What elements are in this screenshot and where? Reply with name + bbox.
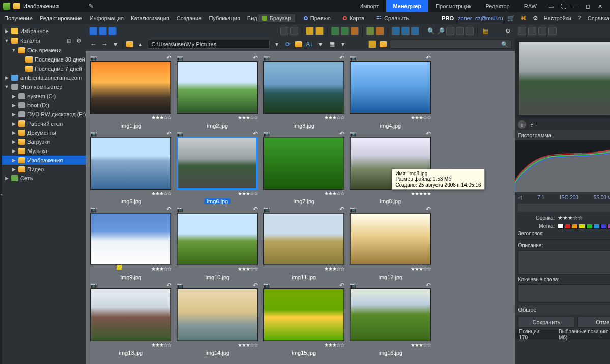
thumb-img1.jpg[interactable]: 📷↶ ★★★☆☆ img1.jpg — [90, 54, 171, 129]
tab-viewer[interactable]: Просмотрщик — [428, 0, 478, 12]
title-input[interactable] — [518, 239, 610, 240]
thumb-img10.jpg[interactable]: 📷↶ ★★★☆☆ img10.jpg — [177, 205, 258, 280]
nav-up-icon[interactable]: ▴ — [136, 40, 144, 48]
undo-icon[interactable]: ↶ — [166, 282, 171, 289]
save-button[interactable]: Сохранить — [518, 317, 574, 328]
swatch-1[interactable] — [565, 224, 571, 229]
undo-icon[interactable]: ↶ — [426, 282, 431, 289]
undo-icon[interactable]: ↶ — [339, 206, 344, 213]
rating-stars[interactable]: ★★★☆☆ — [238, 191, 258, 196]
undo-icon[interactable]: ↶ — [166, 130, 171, 137]
undo-icon[interactable]: ↶ — [166, 54, 171, 62]
path-folder-icon[interactable] — [126, 41, 133, 47]
general-header[interactable]: Общее◂ ▸ — [515, 305, 610, 315]
tree-last7[interactable]: Последние 7 дней — [2, 64, 86, 73]
rss-icon[interactable]: ⌘ — [519, 14, 528, 22]
rating-stars[interactable]: ★★★☆☆ — [151, 342, 171, 348]
thumb-img9.jpg[interactable]: 📷↶ ★★★☆☆ img9.jpg — [90, 205, 171, 280]
search-input[interactable]: 🔍 — [390, 40, 512, 49]
keywords-input[interactable] — [518, 284, 610, 302]
tool-batch2-icon[interactable] — [341, 27, 349, 35]
thumb-img12.jpg[interactable]: 📷↶ ★★★☆☆ img12.jpg — [350, 205, 431, 280]
rating-stars[interactable]: ★★★☆☆ — [324, 115, 344, 120]
tree-child-2[interactable]: ▶DVD RW дисковод (E:) — [2, 110, 86, 119]
menu-каталогизация[interactable]: Каталогизация — [131, 15, 169, 21]
tab-manager[interactable]: Менеджер — [386, 0, 429, 12]
path-input[interactable] — [148, 40, 270, 49]
swatch-0[interactable] — [558, 224, 564, 229]
undo-icon[interactable]: ↶ — [339, 282, 344, 289]
tab-editor[interactable]: Редактор — [478, 0, 516, 12]
tool-rotate-r-icon[interactable] — [290, 27, 298, 35]
menu-получение[interactable]: Получение — [4, 15, 33, 21]
thumb-img6.jpg[interactable]: 📷↶ ★★★☆☆ img6.jpg — [177, 130, 258, 204]
menu-вид[interactable]: Вид — [247, 15, 257, 21]
tree-network[interactable]: ▶Сеть — [2, 174, 86, 183]
thumb-dd-icon[interactable]: ▾ — [339, 40, 347, 48]
tree-child-8[interactable]: ▶Видео — [2, 165, 86, 174]
undo-icon[interactable]: ↶ — [339, 54, 344, 62]
tree-timeline[interactable]: ▼Ось времени — [2, 46, 86, 55]
rating-stars[interactable]: ★★★☆☆ — [411, 266, 431, 272]
rating-stars[interactable]: ★★★☆☆ — [151, 266, 171, 272]
thumb-img4.jpg[interactable]: 📷↶ ★★★☆☆ img4.jpg — [350, 54, 431, 129]
undo-icon[interactable]: ↶ — [426, 54, 431, 62]
zoom-lock-icon[interactable] — [466, 27, 474, 35]
rating-stars[interactable]: ★★★☆☆ — [558, 215, 583, 221]
rating-stars[interactable]: ★★★☆☆ — [238, 342, 258, 348]
tool-print-icon[interactable] — [306, 27, 314, 35]
filter1-icon[interactable] — [368, 40, 376, 48]
rating-stars[interactable]: ★★★☆☆ — [151, 191, 171, 196]
tree-zonerama[interactable]: ▶ambienta.zonerama.com — [2, 73, 86, 82]
sort-icon[interactable]: A↓ — [305, 40, 313, 48]
rating-stars[interactable]: ★★★☆☆ — [324, 191, 344, 196]
browser-tab[interactable]: Браузер — [257, 14, 296, 23]
sort-dd-icon[interactable]: ▾ — [316, 40, 325, 48]
rating-stars[interactable]: ★★★☆☆ — [411, 342, 431, 348]
nav-history-icon[interactable]: ▾ — [111, 40, 120, 48]
tab-raw[interactable]: RAW — [517, 0, 544, 12]
fullscreen-icon[interactable]: ⛶ — [559, 2, 567, 10]
thumb-img11.jpg[interactable]: 📷↶ ★★★☆☆ img11.jpg — [263, 205, 344, 280]
zoom-100-icon[interactable] — [446, 27, 454, 35]
tree-child-5[interactable]: ▶Загрузки — [2, 137, 86, 146]
rating-stars[interactable]: ★★★☆☆ — [238, 115, 258, 120]
tree-child-4[interactable]: ▶Документы — [2, 128, 86, 137]
preview-tab[interactable]: Превью — [300, 14, 335, 23]
swatch-3[interactable] — [579, 224, 585, 229]
close-icon[interactable]: ✕ — [596, 2, 604, 10]
thumb-img8.jpg[interactable]: 📷↶ ★★★★★ img8.jpg — [350, 130, 431, 204]
maximize-icon[interactable]: ◻ — [584, 2, 592, 10]
tab-import[interactable]: Импорт — [352, 0, 386, 12]
catalog-add-icon[interactable]: ⊞ — [65, 37, 73, 45]
menu-редактирование[interactable]: Редактирование — [40, 15, 82, 21]
dual-monitor-icon[interactable]: ▭ — [547, 2, 555, 10]
tree-child-1[interactable]: ▶boot (D:) — [2, 101, 86, 110]
tool-edit2-icon[interactable] — [401, 27, 410, 35]
account-link[interactable]: zoner_cz@mail.ru — [458, 15, 503, 21]
undo-icon[interactable]: ↶ — [339, 130, 344, 137]
zoom-out-icon[interactable]: 🔎 — [437, 27, 445, 35]
help-link[interactable]: Справка — [588, 15, 609, 21]
rating-stars[interactable]: ★★★☆☆ — [324, 266, 344, 272]
newfolder-icon[interactable] — [295, 41, 302, 47]
path-dd-icon[interactable]: ▾ — [273, 40, 281, 48]
thumb-size-icon[interactable]: ▦ — [328, 40, 336, 48]
slideshow-icon[interactable]: ▦ — [481, 27, 489, 35]
rtool3-icon[interactable] — [538, 27, 546, 35]
tree-child-0[interactable]: ▶system (C:) — [2, 92, 86, 101]
view-thumbnails-icon[interactable] — [89, 27, 97, 35]
desc-input[interactable] — [518, 250, 610, 275]
help-icon[interactable]: ? — [575, 14, 584, 22]
view-columns-icon[interactable] — [108, 27, 117, 35]
cancel-button[interactable]: Отмена — [577, 317, 610, 328]
undo-icon[interactable]: ↶ — [426, 206, 431, 213]
tree-computer[interactable]: ▼Этот компьютер — [2, 82, 86, 92]
tree-child-3[interactable]: ▶Рабочий стол — [2, 119, 86, 128]
info-icon[interactable]: i — [518, 120, 526, 129]
undo-icon[interactable]: ↶ — [253, 54, 258, 62]
swatch-6[interactable] — [600, 224, 606, 229]
tree-last30[interactable]: Последние 30 дней — [2, 55, 86, 64]
thumb-img13.jpg[interactable]: 📷↶ ★★★☆☆ img13.jpg — [90, 281, 171, 356]
tool-batch3-icon[interactable] — [351, 27, 359, 35]
